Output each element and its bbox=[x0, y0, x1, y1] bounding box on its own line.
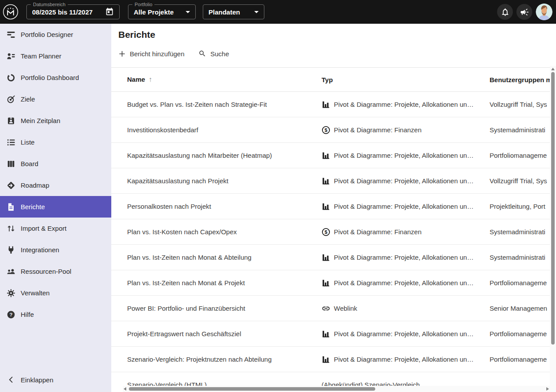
sidebar-collapse-label: Einklappen bbox=[21, 376, 53, 384]
report-user-groups: Systemadministrati bbox=[490, 254, 556, 261]
badge-icon bbox=[7, 116, 15, 125]
plan-data-value: Plandaten bbox=[208, 8, 240, 16]
sidebar-item-hilfe[interactable]: ? Hilfe bbox=[0, 304, 111, 325]
vertical-scrollbar[interactable] bbox=[550, 66, 556, 392]
page-title: Berichte bbox=[111, 24, 556, 40]
dashboard-icon bbox=[7, 73, 15, 82]
scroll-up-arrow-icon[interactable] bbox=[551, 68, 555, 70]
add-report-button[interactable]: Bericht hinzufügen bbox=[118, 50, 184, 58]
plan-data-selector[interactable]: Plandaten bbox=[203, 4, 264, 19]
report-type: Pivot & Diagramme: Finanzen bbox=[334, 228, 421, 236]
date-range-label: Datumsbereich bbox=[31, 2, 68, 7]
table-row[interactable]: Projekt-Ertragswert nach Geschäftsziel P… bbox=[111, 321, 556, 347]
table-row[interactable]: Personalkosten nach Projekt Pivot & Diag… bbox=[111, 194, 556, 219]
column-header-name[interactable]: Name↑ bbox=[111, 76, 322, 83]
sidebar-item-mein-zeitplan[interactable]: Mein Zeitplan bbox=[0, 110, 111, 131]
sidebar-item-label: Roadmap bbox=[21, 181, 49, 189]
horizontal-scrollbar-thumb[interactable] bbox=[129, 387, 375, 391]
sidebar-item-label: Hilfe bbox=[21, 311, 34, 318]
notifications-button[interactable] bbox=[497, 4, 513, 20]
sidebar-item-roadmap[interactable]: Roadmap bbox=[0, 174, 111, 196]
sidebar-item-ziele[interactable]: Ziele bbox=[0, 88, 111, 110]
table-row[interactable]: Szenario-Vergleich: Projektnutzen nach A… bbox=[111, 347, 556, 372]
report-user-groups: Systemadministrati bbox=[490, 126, 556, 134]
plug-icon bbox=[7, 246, 15, 254]
report-name: Kapazitätsauslastung nach Projekt bbox=[111, 177, 322, 185]
gear-icon bbox=[7, 289, 15, 298]
report-name: Budget vs. Plan vs. Ist-Zeiten nach Stra… bbox=[111, 101, 322, 108]
document-icon bbox=[7, 203, 15, 211]
sidebar-item-label: Portfolio Designer bbox=[21, 31, 73, 38]
help-icon: ? bbox=[7, 310, 15, 319]
link-icon bbox=[322, 304, 330, 313]
portfolio-selector[interactable]: Portfolio Alle Projekte bbox=[128, 4, 196, 19]
main-content: Berichte Bericht hinzufügen Suche Name↑ … bbox=[111, 24, 556, 392]
chart-icon bbox=[322, 100, 330, 109]
table-row[interactable]: Plan vs. Ist-Kosten nach Capex/Opex $ Pi… bbox=[111, 219, 556, 245]
column-header-typ[interactable]: Typ bbox=[322, 76, 490, 83]
topbar: Datumsbereich 08/2025 bis 11/2027 Portfo… bbox=[0, 0, 556, 24]
report-type: Pivot & Diagramme: Projekte, Allokatione… bbox=[334, 254, 474, 261]
horizontal-scrollbar[interactable] bbox=[123, 386, 550, 392]
report-name: Plan vs. Ist-Kosten nach Capex/Opex bbox=[111, 228, 322, 236]
table-row[interactable]: Kapazitätsauslastung nach Projekt Pivot … bbox=[111, 168, 556, 194]
sidebar-item-label: Team Planner bbox=[21, 52, 62, 60]
calendar-icon bbox=[105, 7, 114, 16]
sidebar-item-berichte[interactable]: Berichte bbox=[0, 196, 111, 218]
svg-text:$: $ bbox=[325, 127, 328, 133]
sidebar-nav: Portfolio Designer Team Planner Portfoli… bbox=[0, 24, 111, 325]
sidebar-item-board[interactable]: Board bbox=[0, 153, 111, 174]
column-header-groups[interactable]: Benutzergruppen m bbox=[490, 76, 556, 83]
chart-icon bbox=[322, 355, 330, 364]
table-row[interactable]: Investitionskostenbedarf $ Pivot & Diagr… bbox=[111, 117, 556, 143]
scroll-left-arrow-icon[interactable] bbox=[124, 387, 126, 391]
chevron-down-icon bbox=[186, 11, 190, 13]
report-type: Pivot & Diagramme: Projekte, Allokatione… bbox=[334, 203, 474, 210]
report-name: Power BI: Portfolio- und Finanzübersicht bbox=[111, 305, 322, 312]
app-logo-icon[interactable] bbox=[2, 4, 19, 20]
scrollbar-corner bbox=[550, 386, 556, 392]
sidebar-item-ressourcen-pool[interactable]: Ressourcen-Pool bbox=[0, 261, 111, 282]
report-user-groups: Vollzugriff Trial, Sys bbox=[490, 177, 556, 185]
report-user-groups: Systemadministrati bbox=[490, 228, 556, 236]
add-report-label: Bericht hinzufügen bbox=[130, 50, 184, 58]
table-row[interactable]: Kapazitätsauslastung nach Mitarbeiter (H… bbox=[111, 143, 556, 168]
search-button[interactable]: Suche bbox=[198, 50, 229, 58]
gantt-icon bbox=[7, 30, 15, 39]
table-row[interactable]: Plan vs. Ist-Zeiten nach Monat & Abteilu… bbox=[111, 245, 556, 270]
report-type: Pivot & Diagramme: Projekte, Allokatione… bbox=[334, 177, 474, 185]
table-row[interactable]: Budget vs. Plan vs. Ist-Zeiten nach Stra… bbox=[111, 92, 556, 117]
sidebar: Portfolio Designer Team Planner Portfoli… bbox=[0, 24, 111, 392]
sidebar-item-team-planner[interactable]: Team Planner bbox=[0, 45, 111, 67]
scroll-right-arrow-icon[interactable] bbox=[546, 387, 549, 391]
report-user-groups: Portfoliomanageme bbox=[490, 330, 556, 338]
user-avatar[interactable] bbox=[536, 4, 552, 20]
sidebar-item-integrationen[interactable]: Integrationen bbox=[0, 239, 111, 261]
report-name: Plan vs. Ist-Zeiten nach Monat & Abteilu… bbox=[111, 254, 322, 261]
vertical-scrollbar-thumb[interactable] bbox=[551, 72, 555, 345]
report-type: Pivot & Diagramme: Finanzen bbox=[334, 126, 421, 134]
sidebar-item-label: Berichte bbox=[21, 203, 45, 211]
sidebar-item-label: Liste bbox=[21, 138, 35, 146]
svg-text:?: ? bbox=[9, 312, 12, 317]
sidebar-item-liste[interactable]: Liste bbox=[0, 131, 111, 153]
sidebar-item-label: Ressourcen-Pool bbox=[21, 268, 71, 275]
table-row[interactable]: Plan vs. Ist-Zeiten nach Monat & Projekt… bbox=[111, 270, 556, 296]
date-range-picker[interactable]: Datumsbereich 08/2025 bis 11/2027 bbox=[26, 4, 120, 19]
sidebar-item-verwalten[interactable]: Verwalten bbox=[0, 282, 111, 304]
sidebar-item-portfolio-dashboard[interactable]: Portfolio Dashboard bbox=[0, 67, 111, 88]
table-body: Budget vs. Plan vs. Ist-Zeiten nach Stra… bbox=[111, 92, 556, 392]
list-icon bbox=[7, 138, 15, 147]
chart-icon bbox=[322, 253, 330, 262]
roadmap-icon bbox=[7, 181, 15, 190]
chart-icon bbox=[322, 151, 330, 160]
sidebar-item-portfolio-designer[interactable]: Portfolio Designer bbox=[0, 24, 111, 45]
sidebar-collapse-button[interactable]: Einklappen bbox=[0, 368, 111, 391]
date-range-value: 08/2025 bis 11/2027 bbox=[32, 8, 93, 16]
announcements-button[interactable] bbox=[516, 4, 532, 20]
toolbar: Bericht hinzufügen Suche bbox=[118, 48, 556, 59]
sidebar-item-import-export[interactable]: Import & Export bbox=[0, 218, 111, 239]
sidebar-item-label: Verwalten bbox=[21, 289, 50, 297]
table-row[interactable]: Power BI: Portfolio- und Finanzübersicht… bbox=[111, 296, 556, 321]
chart-icon bbox=[322, 279, 330, 287]
